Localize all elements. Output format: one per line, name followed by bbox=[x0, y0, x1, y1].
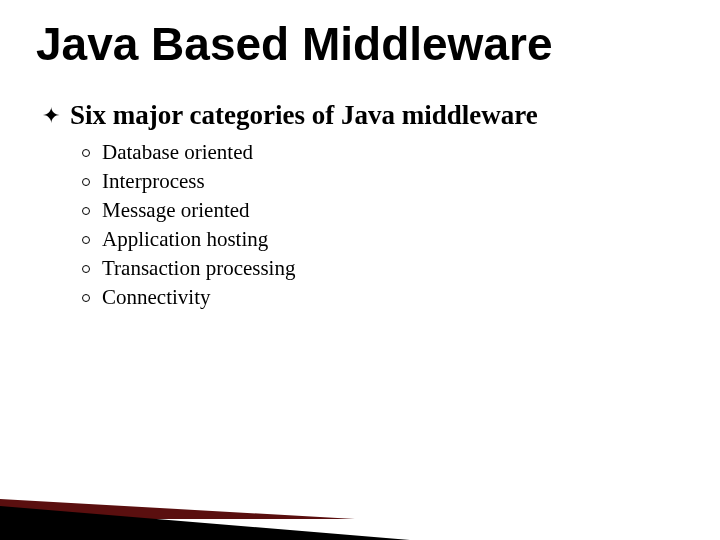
list-item: Interprocess bbox=[82, 167, 684, 196]
level1-text: Six major categories of Java middleware bbox=[70, 98, 538, 132]
list-item: Application hosting bbox=[82, 225, 684, 254]
slide: Java Based Middleware ✦ Six major catego… bbox=[0, 0, 720, 540]
content-area: ✦ Six major categories of Java middlewar… bbox=[36, 98, 684, 312]
wedge-maroon-icon bbox=[0, 499, 355, 519]
decorative-wedge bbox=[0, 460, 420, 540]
list-item-text: Interprocess bbox=[102, 167, 205, 196]
list-item: Message oriented bbox=[82, 196, 684, 225]
subitem-list: Database oriented Interprocess Message o… bbox=[42, 138, 684, 312]
wedge-black-icon bbox=[0, 506, 410, 540]
circle-bullet-icon bbox=[82, 265, 90, 273]
list-item: Transaction processing bbox=[82, 254, 684, 283]
list-item-text: Connectivity bbox=[102, 283, 211, 312]
slide-title: Java Based Middleware bbox=[36, 20, 684, 68]
list-item-text: Application hosting bbox=[102, 225, 268, 254]
list-item-text: Database oriented bbox=[102, 138, 253, 167]
circle-bullet-icon bbox=[82, 236, 90, 244]
circle-bullet-icon bbox=[82, 178, 90, 186]
list-item: Database oriented bbox=[82, 138, 684, 167]
circle-bullet-icon bbox=[82, 294, 90, 302]
bullet-level1: ✦ Six major categories of Java middlewar… bbox=[42, 98, 684, 132]
list-item: Connectivity bbox=[82, 283, 684, 312]
list-item-text: Transaction processing bbox=[102, 254, 295, 283]
circle-bullet-icon bbox=[82, 149, 90, 157]
list-item-text: Message oriented bbox=[102, 196, 250, 225]
circle-bullet-icon bbox=[82, 207, 90, 215]
star-bullet-icon: ✦ bbox=[42, 99, 60, 133]
